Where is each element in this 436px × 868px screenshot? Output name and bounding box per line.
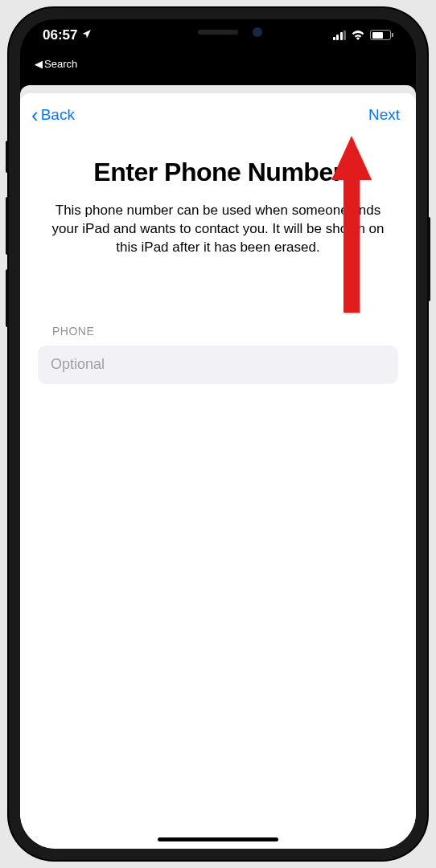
modal-sheet: ‹ Back Next Enter Phone Number This phon… xyxy=(20,93,416,849)
speaker xyxy=(198,30,238,35)
phone-input[interactable] xyxy=(38,346,398,384)
wifi-icon xyxy=(351,30,365,40)
breadcrumb[interactable]: ◀ Search xyxy=(20,58,416,75)
phone-device-frame: 06:57 xyxy=(9,8,427,860)
silent-switch xyxy=(6,141,9,173)
front-camera xyxy=(253,27,262,37)
home-indicator[interactable] xyxy=(158,837,278,841)
content-area: Enter Phone Number This phone number can… xyxy=(20,137,416,257)
screen: 06:57 xyxy=(20,19,416,849)
status-right xyxy=(333,27,394,40)
navigation-bar: ‹ Back Next xyxy=(20,93,416,137)
location-services-icon xyxy=(81,27,92,43)
cellular-signal-icon xyxy=(333,31,347,40)
notch xyxy=(125,19,311,45)
breadcrumb-back-icon: ◀ xyxy=(35,58,43,70)
next-button-label: Next xyxy=(368,106,400,123)
power-button xyxy=(427,217,430,301)
page-description: This phone number can be used when someo… xyxy=(38,202,398,257)
status-left: 06:57 xyxy=(43,27,92,43)
back-button[interactable]: ‹ Back xyxy=(31,104,75,125)
volume-down-button xyxy=(6,269,9,327)
form-section: PHONE xyxy=(20,257,416,384)
chevron-left-icon: ‹ xyxy=(31,104,39,125)
back-button-label: Back xyxy=(41,106,75,124)
battery-icon xyxy=(370,30,393,40)
next-button[interactable]: Next xyxy=(368,106,405,124)
status-time: 06:57 xyxy=(43,27,77,43)
volume-up-button xyxy=(6,197,9,255)
phone-field-label: PHONE xyxy=(38,325,398,338)
page-title: Enter Phone Number xyxy=(38,158,398,187)
breadcrumb-app-label: Search xyxy=(44,58,77,70)
